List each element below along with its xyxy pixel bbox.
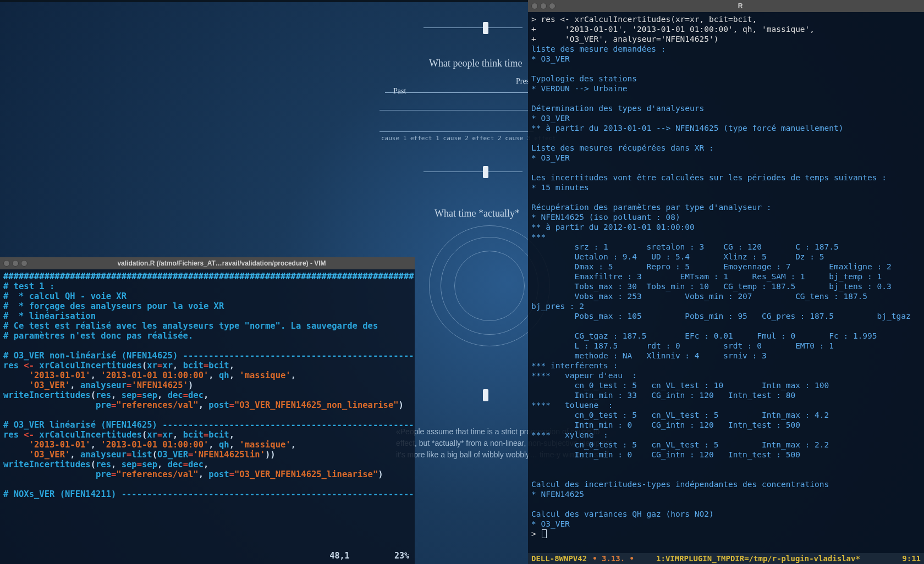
window-buttons (531, 3, 556, 9)
minimize-icon[interactable] (12, 260, 19, 267)
vim-cursor-pos: 48,1 (330, 551, 350, 561)
statusbar-time: 9:11 (902, 553, 921, 564)
maximize-icon[interactable] (549, 3, 556, 9)
r-title: R (560, 2, 921, 10)
vim-ruler: 48,1 23% (330, 551, 410, 561)
statusbar-env: 1:VIMRPLUGIN_TMPDIR=/tmp/r-plugin-vladis… (634, 553, 902, 564)
r-terminal-content[interactable]: > res <- xrCalculIncertitudes(xr=xr, bci… (528, 12, 924, 553)
vim-editor-content[interactable]: ########################################… (0, 269, 415, 564)
wallpaper-label: Past (393, 87, 406, 96)
close-icon[interactable] (3, 260, 10, 267)
wallpaper-heading: What people think time (429, 58, 522, 69)
wallpaper-boxes (380, 110, 534, 132)
r-terminal-window[interactable]: R > res <- xrCalculIncertitudes(xr=xr, b… (528, 0, 924, 564)
close-icon[interactable] (531, 3, 538, 9)
maximize-icon[interactable] (21, 260, 28, 267)
wallpaper-label: Pres (516, 77, 529, 86)
wallpaper-heading: What time *actually* (435, 208, 520, 219)
statusbar-version: • 3.13. • (592, 553, 634, 564)
vim-window[interactable]: validation.R (/atmo/Fichiers_AT…ravail/v… (0, 257, 415, 564)
r-statusbar: DELL-8WNPV42 • 3.13. • 1:VIMRPLUGIN_TMPD… (528, 553, 924, 564)
window-buttons (3, 260, 28, 267)
wallpaper-marker (483, 166, 488, 178)
wallpaper-marker (483, 389, 488, 401)
vim-titlebar[interactable]: validation.R (/atmo/Fichiers_AT…ravail/v… (0, 257, 415, 269)
wallpaper-timeline (424, 172, 522, 172)
r-titlebar[interactable]: R (528, 0, 924, 12)
statusbar-host: DELL-8WNPV42 (531, 553, 587, 564)
wallpaper-marker (483, 22, 488, 34)
vim-title: validation.R (/atmo/Fichiers_AT…ravail/v… (32, 259, 411, 267)
vim-scroll-pct: 23% (394, 551, 409, 561)
wallpaper-timeline (385, 92, 528, 93)
minimize-icon[interactable] (540, 3, 547, 9)
wallpaper-timeline (424, 27, 522, 28)
